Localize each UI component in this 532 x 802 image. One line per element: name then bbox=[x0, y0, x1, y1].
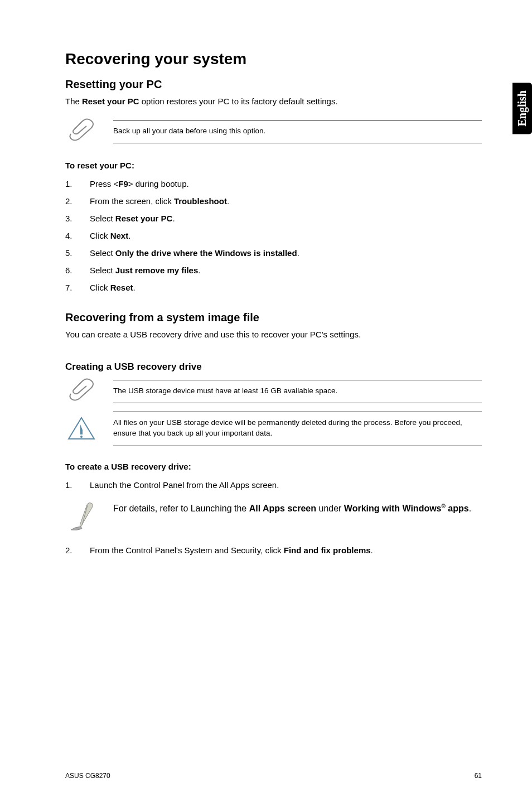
page-footer: ASUS CG8270 61 bbox=[65, 772, 482, 780]
list-item: From the Control Panel's System and Secu… bbox=[65, 544, 482, 556]
text: . bbox=[227, 196, 229, 206]
text: For details, refer to Launching the bbox=[113, 504, 249, 513]
paperclip-icon bbox=[65, 378, 98, 405]
text: option restores your PC to its factory d… bbox=[139, 96, 338, 106]
text: Click bbox=[90, 283, 110, 292]
text: Select bbox=[90, 265, 115, 275]
pen-icon bbox=[65, 502, 98, 533]
text-bold: All Apps screen bbox=[249, 504, 316, 513]
text: . bbox=[297, 248, 299, 258]
list-item: Select Reset your PC. bbox=[65, 212, 482, 224]
list-item: Select Just remove my files. bbox=[65, 264, 482, 276]
page-title: Recovering your system bbox=[65, 50, 482, 68]
note-backup: Back up all your data before using this … bbox=[65, 118, 482, 145]
note-text: For details, refer to Launching the All … bbox=[113, 503, 482, 514]
text: under bbox=[316, 504, 344, 513]
text: . bbox=[133, 283, 136, 292]
text: Press < bbox=[90, 179, 118, 189]
text: Click bbox=[90, 231, 110, 240]
text-bold: Only the drive where the Windows is inst… bbox=[115, 248, 297, 258]
list-item: Select Only the drive where the Windows … bbox=[65, 247, 482, 259]
reset-steps-heading: To reset your PC: bbox=[65, 161, 482, 170]
usb-heading: Creating a USB recovery drive bbox=[65, 361, 482, 373]
footer-left: ASUS CG8270 bbox=[65, 772, 110, 780]
text: . bbox=[469, 504, 471, 513]
list-item: Click Next. bbox=[65, 230, 482, 241]
note-details: For details, refer to Launching the All … bbox=[65, 502, 482, 533]
text-bold: Troubleshoot bbox=[174, 196, 227, 206]
text: From the screen, click bbox=[90, 196, 174, 206]
text-bold: Just remove my files bbox=[115, 265, 198, 275]
note-text: The USB storage device must have at leas… bbox=[113, 380, 482, 404]
text: Select bbox=[90, 248, 115, 258]
text: The bbox=[65, 96, 82, 106]
text: . bbox=[371, 545, 373, 555]
warning-usb-delete: All files on your USB storage device wil… bbox=[65, 412, 482, 446]
text: . bbox=[198, 265, 200, 275]
list-item: Click Reset. bbox=[65, 282, 482, 293]
reset-intro: The Reset your PC option restores your P… bbox=[65, 95, 482, 107]
note-text: Back up all your data before using this … bbox=[113, 120, 482, 144]
usb-steps-list-1: Launch the Control Panel from the All Ap… bbox=[65, 479, 482, 491]
reset-steps-list: Press <F9> during bootup. From the scree… bbox=[65, 178, 482, 293]
paperclip-icon bbox=[65, 118, 98, 145]
text-bold: Working with Windows® apps bbox=[344, 504, 469, 513]
text-bold: Find and fix problems bbox=[284, 545, 371, 555]
footer-page-number: 61 bbox=[475, 772, 482, 780]
note-usb-space: The USB storage device must have at leas… bbox=[65, 378, 482, 405]
svg-point-0 bbox=[80, 436, 83, 438]
list-item: Press <F9> during bootup. bbox=[65, 178, 482, 190]
usb-steps-heading: To create a USB recovery drive: bbox=[65, 462, 482, 471]
text-bold: Reset your PC bbox=[82, 96, 139, 106]
usb-steps-list-2: From the Control Panel's System and Secu… bbox=[65, 544, 482, 556]
text: > during bootup. bbox=[128, 179, 189, 189]
text-bold: Reset bbox=[110, 283, 133, 292]
text: . bbox=[172, 214, 175, 223]
text-bold: Next bbox=[110, 231, 129, 240]
reset-heading: Resetting your PC bbox=[65, 78, 482, 91]
text: From the Control Panel's System and Secu… bbox=[90, 545, 284, 555]
list-item: Launch the Control Panel from the All Ap… bbox=[65, 479, 482, 491]
note-text: All files on your USB storage device wil… bbox=[113, 412, 482, 446]
list-item: From the screen, click Troubleshoot. bbox=[65, 195, 482, 207]
text: Select bbox=[90, 214, 115, 223]
recover-image-intro: You can create a USB recovery drive and … bbox=[65, 328, 482, 340]
text: . bbox=[128, 231, 130, 240]
warning-icon bbox=[65, 416, 98, 442]
text-bold: F9 bbox=[118, 179, 128, 189]
recover-image-heading: Recovering from a system image file bbox=[65, 311, 482, 324]
text-bold: Reset your PC bbox=[115, 214, 173, 223]
